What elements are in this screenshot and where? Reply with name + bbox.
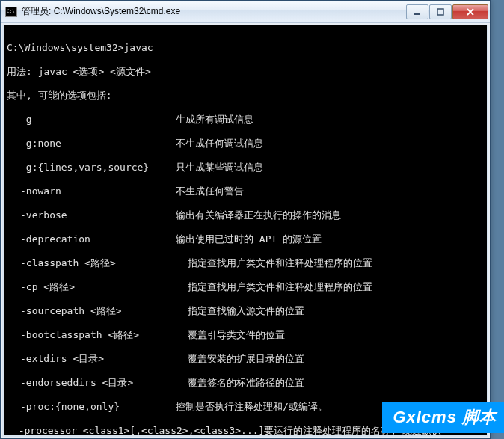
prompt-line: C:\Windows\system32>javac: [7, 42, 484, 54]
option-row: -deprecation输出使用已过时的 API 的源位置: [7, 233, 484, 245]
minimize-button[interactable]: [406, 4, 428, 19]
where-line: 其中, 可能的选项包括:: [7, 90, 484, 102]
svg-rect-0: [414, 13, 420, 15]
option-row: -cp <路径> 指定查找用户类文件和注释处理程序的位置: [7, 281, 484, 293]
option-row: -nowarn不生成任何警告: [7, 185, 484, 197]
option-row: -g生成所有调试信息: [7, 114, 484, 126]
option-row: -endorseddirs <目录> 覆盖签名的标准路径的位置: [7, 377, 484, 389]
option-row: -sourcepath <路径> 指定查找输入源文件的位置: [7, 305, 484, 317]
option-row: -extdirs <目录> 覆盖安装的扩展目录的位置: [7, 353, 484, 365]
cmd-window: 管理员: C:\Windows\System32\cmd.exe C:\Wind…: [0, 0, 491, 439]
titlebar[interactable]: 管理员: C:\Windows\System32\cmd.exe: [1, 1, 490, 23]
cmd-icon: [5, 7, 17, 17]
usage-line: 用法: javac <选项> <源文件>: [7, 66, 484, 78]
option-row: -classpath <路径> 指定查找用户类文件和注释处理程序的位置: [7, 257, 484, 269]
maximize-button[interactable]: [429, 4, 452, 19]
close-button[interactable]: [452, 4, 488, 19]
option-row: -g:{lines,vars,source}只生成某些调试信息: [7, 162, 484, 174]
window-controls: [406, 4, 488, 19]
option-row: -bootclasspath <路径> 覆盖引导类文件的位置: [7, 329, 484, 341]
watermark-badge: Gxlcms 脚本: [382, 402, 504, 433]
option-row: -verbose输出有关编译器正在执行的操作的消息: [7, 209, 484, 221]
svg-rect-1: [437, 9, 443, 15]
console-output[interactable]: C:\Windows\system32>javac 用法: javac <选项>…: [2, 25, 488, 437]
window-title: 管理员: C:\Windows\System32\cmd.exe: [22, 5, 406, 18]
option-row: -g:none不生成任何调试信息: [7, 138, 484, 150]
